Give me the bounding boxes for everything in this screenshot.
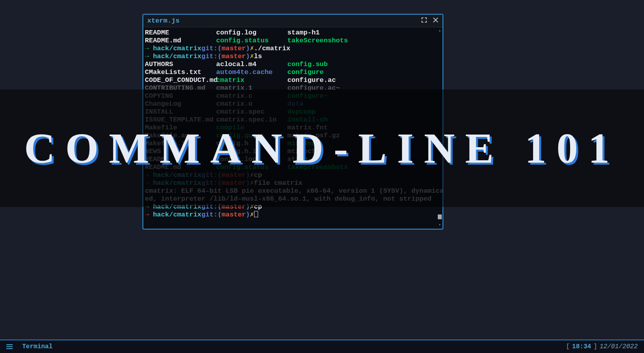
scroll-thumb[interactable] [438,214,442,219]
hero-title: COMMAND-LINE 101 [24,124,620,173]
close-icon[interactable] [433,17,439,25]
maximize-icon[interactable] [421,17,427,25]
taskbar: Terminal [ 18:34 ] 12/01/2022 [0,340,644,353]
scroll-up-icon[interactable]: ▴ [438,29,442,33]
titlebar-controls [421,17,439,25]
taskbar-date: 12/01/2022 [600,343,638,350]
scroll-down-icon[interactable]: ▾ [438,223,442,227]
menu-icon[interactable] [6,344,13,349]
titlebar[interactable]: xterm.js [143,15,443,27]
taskbar-app-name[interactable]: Terminal [22,343,53,350]
taskbar-clock: [ 18:34 ] 12/01/2022 [566,343,638,350]
window-title: xterm.js [147,17,180,25]
taskbar-time: 18:34 [572,343,591,350]
hero-overlay: COMMAND-LINE 101 [0,89,644,207]
